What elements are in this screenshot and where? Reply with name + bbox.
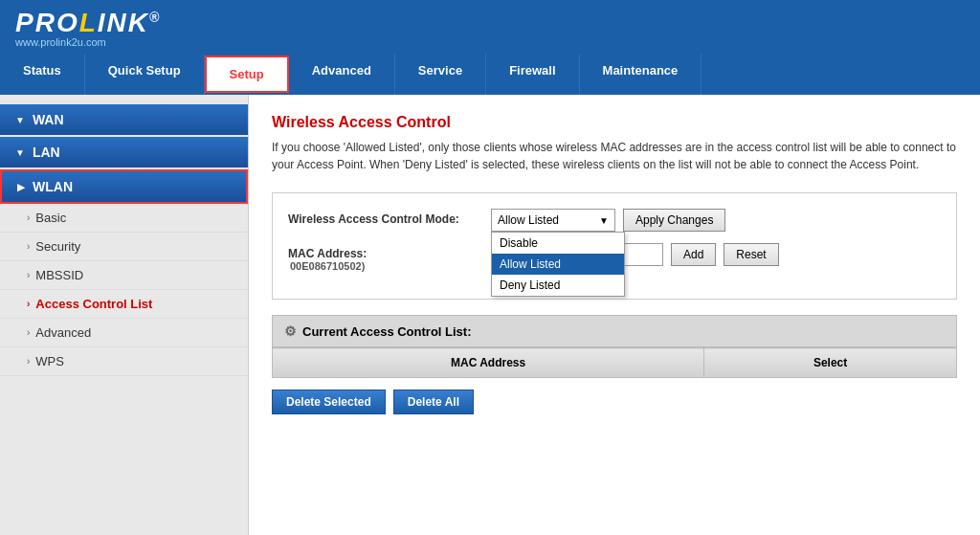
acl-table: MAC Address Select bbox=[272, 347, 957, 378]
sidebar-header-wlan[interactable]: ▶ WLAN bbox=[0, 169, 248, 204]
delete-buttons-area: Delete Selected Delete All bbox=[272, 390, 957, 414]
mac-label: MAC Address: 00E086710502) bbox=[288, 243, 479, 272]
sidebar-header-wan[interactable]: ▼ WAN bbox=[0, 104, 248, 135]
nav-quicksetup[interactable]: Quick Setup bbox=[85, 54, 205, 95]
sidebar-section-wan: ▼ WAN bbox=[0, 104, 248, 135]
dropdown-arrow-icon: ▼ bbox=[599, 215, 609, 226]
sidebar-section-lan: ▼ LAN bbox=[0, 137, 248, 167]
gear-icon: ⚙ bbox=[284, 323, 297, 339]
nav-maintenance[interactable]: Maintenance bbox=[580, 54, 702, 95]
mode-row: Wireless Access Control Mode: Allow List… bbox=[288, 209, 941, 232]
nav-bar: Status Quick Setup Setup Advanced Servic… bbox=[0, 54, 980, 95]
bullet-icon: › bbox=[27, 356, 30, 367]
apply-changes-button[interactable]: Apply Changes bbox=[623, 209, 725, 232]
table-header-row: MAC Address Select bbox=[273, 348, 957, 378]
nav-service[interactable]: Service bbox=[395, 54, 486, 95]
option-disable[interactable]: Disable bbox=[492, 233, 624, 254]
acl-section: ⚙ Current Access Control List: MAC Addre… bbox=[272, 315, 957, 378]
nav-advanced[interactable]: Advanced bbox=[289, 54, 395, 95]
add-button[interactable]: Add bbox=[671, 243, 716, 266]
dropdown-value: Allow Listed bbox=[498, 213, 559, 227]
mac-hint: 00E086710502) bbox=[290, 260, 479, 272]
nav-firewall[interactable]: Firewall bbox=[486, 54, 579, 95]
sidebar-section-wlan: ▶ WLAN › Basic › Security › MBSSID › Acc… bbox=[0, 169, 248, 376]
col-mac-header: MAC Address bbox=[273, 348, 704, 378]
bullet-icon: › bbox=[27, 299, 30, 309]
option-deny-listed[interactable]: Deny Listed bbox=[492, 275, 624, 296]
delete-selected-button[interactable]: Delete Selected bbox=[272, 390, 386, 414]
sidebar-item-advanced[interactable]: › Advanced bbox=[0, 319, 248, 347]
acl-header: ⚙ Current Access Control List: bbox=[272, 315, 957, 347]
nav-status[interactable]: Status bbox=[0, 54, 85, 95]
arrow-icon: ▼ bbox=[15, 147, 25, 158]
arrow-right-icon: ▶ bbox=[17, 182, 25, 192]
bullet-icon: › bbox=[27, 270, 30, 280]
sidebar-item-mbssid[interactable]: › MBSSID bbox=[0, 261, 248, 290]
logo: PROLINK® bbox=[15, 8, 965, 38]
sidebar-item-security[interactable]: › Security bbox=[0, 233, 248, 261]
dropdown-menu: Disable Allow Listed Deny Listed bbox=[491, 232, 625, 297]
bullet-icon: › bbox=[27, 212, 30, 223]
bullet-icon: › bbox=[27, 327, 30, 338]
mode-controls: Allow Listed ▼ Disable Allow Listed Deny… bbox=[491, 209, 725, 232]
sidebar-header-lan[interactable]: ▼ LAN bbox=[0, 137, 248, 167]
option-allow-listed[interactable]: Allow Listed bbox=[492, 254, 624, 275]
form-box: Wireless Access Control Mode: Allow List… bbox=[272, 192, 957, 300]
bullet-icon: › bbox=[27, 241, 30, 252]
nav-setup[interactable]: Setup bbox=[205, 56, 289, 93]
page-title: Wireless Access Control bbox=[272, 114, 957, 131]
arrow-icon: ▼ bbox=[15, 115, 25, 125]
dropdown-trigger[interactable]: Allow Listed ▼ bbox=[491, 209, 615, 232]
sidebar: ▼ WAN ▼ LAN ▶ WLAN › Basic › Security bbox=[0, 95, 249, 535]
sidebar-item-wps[interactable]: › WPS bbox=[0, 347, 248, 376]
acl-title: Current Access Control List: bbox=[302, 324, 472, 339]
page-description: If you choose 'Allowed Listed', only tho… bbox=[272, 139, 957, 173]
mode-label: Wireless Access Control Mode: bbox=[288, 209, 479, 226]
sidebar-item-acl[interactable]: › Access Control List bbox=[0, 290, 248, 319]
main-content: Wireless Access Control If you choose 'A… bbox=[249, 95, 980, 535]
delete-all-button[interactable]: Delete All bbox=[393, 390, 474, 414]
website: www.prolink2u.com bbox=[15, 36, 965, 48]
sidebar-item-basic[interactable]: › Basic bbox=[0, 204, 248, 233]
col-select-header: Select bbox=[704, 348, 957, 378]
reset-button[interactable]: Reset bbox=[724, 243, 778, 266]
mode-dropdown[interactable]: Allow Listed ▼ Disable Allow Listed Deny… bbox=[491, 209, 615, 232]
